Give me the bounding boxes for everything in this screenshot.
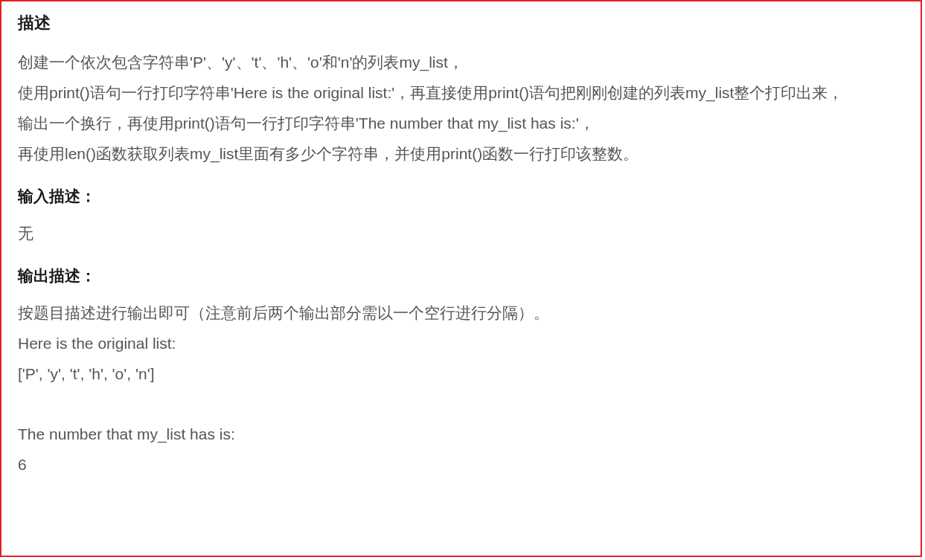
output-blank-line	[18, 390, 904, 420]
output-heading: 输出描述：	[18, 265, 904, 286]
input-body: 无	[18, 219, 904, 249]
output-line: 6	[18, 450, 904, 480]
description-heading: 描述	[18, 12, 904, 34]
output-intro: 按题目描述进行输出即可（注意前后两个输出部分需以一个空行进行分隔）。	[18, 298, 904, 329]
output-line: ['P', 'y', 't', 'h', 'o', 'n']	[18, 359, 904, 390]
output-line: Here is the original list:	[18, 329, 904, 359]
problem-container: 描述 创建一个依次包含字符串'P'、'y'、't'、'h'、'o'和'n'的列表…	[0, 0, 922, 557]
output-block: 按题目描述进行输出即可（注意前后两个输出部分需以一个空行进行分隔）。 Here …	[18, 298, 904, 481]
input-heading: 输入描述：	[18, 186, 904, 207]
output-line: The number that my_list has is:	[18, 419, 904, 450]
description-body: 创建一个依次包含字符串'P'、'y'、't'、'h'、'o'和'n'的列表my_…	[18, 48, 904, 170]
